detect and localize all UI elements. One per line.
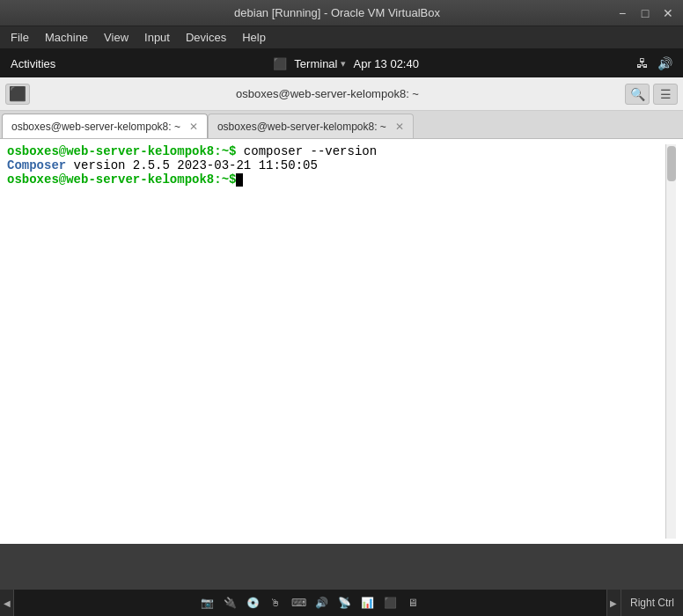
right-ctrl-label: Right Ctrl [621,590,683,616]
gnome-clock[interactable]: Apr 13 02:40 [353,57,418,70]
new-tab-button[interactable]: ⬛ [5,84,30,105]
hamburger-icon: ☰ [660,87,672,101]
window-controls: − □ ✕ [614,7,676,19]
close-button[interactable]: ✕ [660,7,676,19]
taskbar-icon-10[interactable]: 🖥 [403,593,422,612]
scroll-left-button[interactable]: ◀ [0,590,14,616]
tab-2[interactable]: osboxes@web-server-kelompok8: ~ ✕ [208,114,414,138]
gnome-right-area: 🖧 🔊 [636,56,672,70]
add-icon: ⬛ [9,85,26,102]
scroll-right-button[interactable]: ▶ [606,590,621,616]
terminal-line-1: osboxes@web-server-kelompok8:~$ composer… [7,144,676,158]
taskbar-icon-8[interactable]: 📊 [357,593,377,612]
bottom-icons: 📷 🔌 💿 🖱 ⌨ 🔊 📡 📊 ⬛ 🖥 [14,593,606,612]
composer-word: Composer [7,158,66,172]
menu-file[interactable]: File [4,29,36,46]
menu-machine[interactable]: Machine [38,29,95,46]
terminal-content[interactable]: osboxes@web-server-kelompok8:~$ composer… [0,139,683,544]
bottom-status-bar: ◀ 📷 🔌 💿 🖱 ⌨ 🔊 📡 📊 ⬛ 🖥 ▶ Right Ctrl [0,590,683,616]
prompt-suffix-1: :~$ [214,144,236,158]
terminal-output: osboxes@web-server-kelompok8:~$ composer… [7,144,676,539]
tab-1-label: osboxes@web-server-kelompok8: ~ [11,121,180,133]
terminal-label[interactable]: Terminal ▾ [294,57,346,70]
menu-help[interactable]: Help [235,29,273,46]
activities-button[interactable]: Activities [11,57,55,70]
prompt-suffix-3: :~$ [214,172,236,187]
tab-2-label: osboxes@web-server-kelompok8: ~ [217,121,386,133]
taskbar-icon-4[interactable]: 🖱 [266,593,285,612]
toolbar-right-buttons: 🔍 ☰ [625,84,678,105]
cursor [236,173,243,187]
window-title: debian [Running] - Oracle VM VirtualBox [60,6,614,19]
tab-1[interactable]: osboxes@web-server-kelompok8: ~ ✕ [2,114,208,138]
sound-icon[interactable]: 🔊 [657,56,672,70]
gnome-center: ⬛ Terminal ▾ Apr 13 02:40 [273,57,419,70]
menu-devices[interactable]: Devices [179,29,233,46]
terminal-line-2: Composer version 2.5.5 2023-03-21 11:50:… [7,158,676,172]
terminal-toolbar: ⬛ osboxes@web-server-kelompok8: ~ 🔍 ☰ [0,77,683,111]
taskbar-icon-3[interactable]: 💿 [243,593,262,612]
hamburger-menu-button[interactable]: ☰ [653,84,678,105]
network-icon[interactable]: 🖧 [636,56,649,70]
taskbar-icon-7[interactable]: 📡 [334,593,354,612]
scrollbar-track[interactable] [665,144,676,539]
search-button[interactable]: 🔍 [625,84,650,105]
taskbar-icon-6[interactable]: 🔊 [312,593,331,612]
tab-2-close[interactable]: ✕ [395,121,404,133]
taskbar-icon-2[interactable]: 🔌 [220,593,239,612]
maximize-button[interactable]: □ [637,7,653,19]
menu-bar: File Machine View Input Devices Help [0,26,683,49]
terminal-icon: ⬛ [273,57,287,70]
menu-input[interactable]: Input [137,29,177,46]
scrollbar-thumb[interactable] [667,146,676,181]
gnome-top-bar: Activities ⬛ Terminal ▾ Apr 13 02:40 🖧 🔊 [0,49,683,77]
command-1: composer --version [236,144,377,158]
tab-1-close[interactable]: ✕ [189,121,198,133]
terminal-title: osboxes@web-server-kelompok8: ~ [30,87,625,100]
tab-bar: osboxes@web-server-kelompok8: ~ ✕ osboxe… [0,111,683,139]
menu-view[interactable]: View [97,29,136,46]
taskbar-icon-1[interactable]: 📷 [197,593,217,612]
taskbar-icon-5[interactable]: ⌨ [289,593,308,612]
taskbar-icon-9[interactable]: ⬛ [380,593,400,612]
minimize-button[interactable]: − [614,7,630,19]
prompt-1: osboxes@web-server-kelompok8 [7,144,214,158]
search-icon: 🔍 [630,87,645,101]
prompt-3: osboxes@web-server-kelompok8 [7,172,214,187]
title-bar: debian [Running] - Oracle VM VirtualBox … [0,0,683,26]
terminal-line-3: osboxes@web-server-kelompok8:~$ [7,172,676,187]
version-text: version 2.5.5 2023-03-21 11:50:05 [66,158,318,172]
